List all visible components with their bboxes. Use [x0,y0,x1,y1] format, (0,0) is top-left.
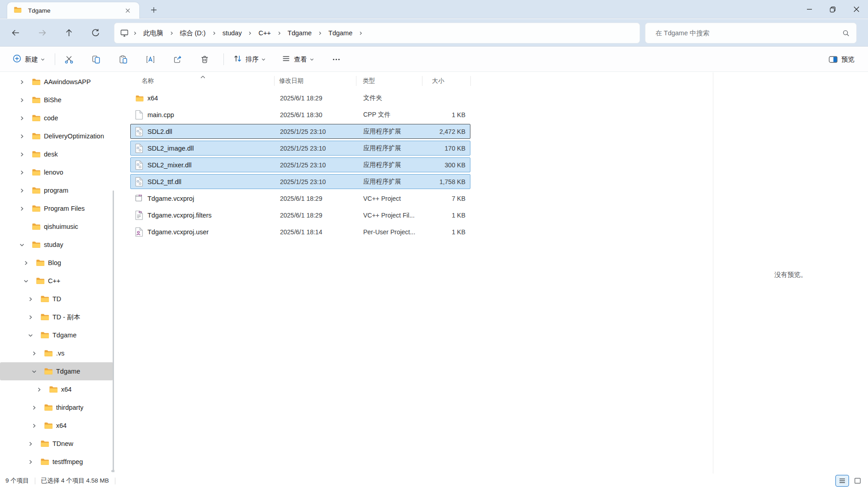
sidebar-item-aawindowsapp[interactable]: AAwindowsAPP [0,73,113,91]
sidebar-item-testffmpeg[interactable]: testffmpeg [0,453,113,471]
chevron-expanded-icon[interactable] [19,242,24,247]
file-row-tdgame-vcxproj-filters[interactable]: Tdgame.vcxproj.filters2025/6/1 18:29VC++… [130,208,470,223]
large-icons-view-icon[interactable] [851,475,864,487]
sidebar-item-qishuimusic[interactable]: qishuimusic [0,218,113,236]
chevron-expanded-icon[interactable] [28,332,33,338]
paste-icon[interactable] [115,51,131,68]
chevron-collapsed-icon[interactable] [19,206,24,211]
breadcrumb-item[interactable]: 综合 (D:) [176,27,210,39]
chevron-expanded-icon[interactable] [23,278,28,284]
chevron-collapsed-icon[interactable] [31,351,37,356]
refresh-icon[interactable] [85,24,105,42]
rename-icon[interactable] [142,51,158,68]
column-header-name[interactable]: 名称 [142,77,154,85]
chevron-collapsed-icon[interactable] [28,314,33,320]
file-row-tdgame-vcxproj-user[interactable]: Tdgame.vcxproj.user2025/6/1 18:14Per-Use… [130,224,470,239]
chevron-collapsed-icon[interactable] [19,79,24,85]
column-divider[interactable] [356,76,356,86]
column-divider[interactable] [470,76,471,86]
delete-icon[interactable] [196,51,213,68]
close-icon[interactable] [844,0,868,19]
details-view-icon[interactable] [835,475,849,487]
sidebar-item-td[interactable]: TD [0,290,113,308]
sidebar-item-program-files[interactable]: Program Files [0,199,113,218]
breadcrumb-item[interactable]: C++ [254,28,275,38]
chevron-collapsed-icon[interactable] [28,441,33,446]
sidebar-vertical-scrollbar[interactable] [113,190,114,471]
sidebar-item-x64[interactable]: x64 [0,380,113,398]
search-icon[interactable] [842,29,850,37]
sidebar-item-thirdparty[interactable]: thirdparty [0,398,113,417]
sidebar-item-studay[interactable]: studay [0,236,113,254]
chevron-collapsed-icon[interactable] [23,260,28,265]
search-input[interactable] [655,29,842,37]
search-box[interactable] [645,23,857,43]
copy-icon[interactable] [88,51,104,68]
column-header-date[interactable]: 修改日期 [279,77,304,85]
sidebar-item-label: TDnew [52,440,73,447]
sidebar-item-tdgame[interactable]: Tdgame [0,362,113,380]
sidebar-item-bishe[interactable]: BiShe [0,91,113,109]
chevron-collapsed-icon[interactable] [31,405,37,410]
chevron-collapsed-icon[interactable] [31,423,37,428]
chevron-expanded-icon[interactable] [31,369,37,374]
file-row-x64[interactable]: 6">x642025/6/1 18:29文件夹 [130,90,470,105]
chevron-collapsed-icon[interactable] [36,387,42,392]
sidebar-item-blog[interactable]: Blog [0,254,113,272]
folder-icon [40,332,49,339]
share-icon[interactable] [169,51,185,68]
file-row-tdgame-vcxproj[interactable]: Tdgame.vcxproj2025/6/1 18:29VC++ Project… [130,191,470,206]
tab-close-icon[interactable] [122,5,133,16]
file-name: SDL2_mixer.dll [147,161,192,169]
address-bar[interactable]: 此电脑综合 (D:)studayC++TdgameTdgame [114,23,640,43]
new-button[interactable]: 新建 [8,51,49,68]
ellipsis-icon[interactable] [328,51,344,68]
chevron-collapsed-icon[interactable] [19,152,24,157]
column-divider[interactable] [422,76,422,86]
chevron-collapsed-icon[interactable] [19,188,24,193]
file-row-sdl2-mixer-dll[interactable]: SDL2_mixer.dll2025/1/25 23:10应用程序扩展300 K… [130,157,470,172]
breadcrumb-item[interactable]: 此电脑 [139,27,167,39]
file-row-sdl2-ttf-dll[interactable]: SDL2_ttf.dll2025/1/25 23:10应用程序扩展1,758 K… [130,174,470,189]
cut-icon[interactable] [61,51,77,68]
maximize-icon[interactable] [821,0,844,19]
column-header-size[interactable]: 大小 [432,77,444,85]
new-tab-icon[interactable] [147,4,160,16]
breadcrumb-item[interactable]: studay [218,28,246,38]
forward-icon[interactable] [32,24,52,42]
sidebar-horizontal-scrollbar[interactable] [111,470,114,472]
sidebar-item-deliveryoptimization[interactable]: DeliveryOptimization [0,127,113,145]
file-type: 应用程序扩展 [363,128,401,136]
back-icon[interactable] [5,24,25,42]
sort-button[interactable]: 排序 [229,51,270,68]
file-row-sdl2-dll[interactable]: SDL2.dll2025/1/25 23:10应用程序扩展2,472 KB [130,124,470,139]
chevron-collapsed-icon[interactable] [28,459,33,464]
chevron-collapsed-icon[interactable] [19,97,24,103]
column-header-type[interactable]: 类型 [363,77,375,85]
explorer-tab[interactable]: Tdgame [7,2,139,19]
breadcrumb-item[interactable]: Tdgame [284,28,316,38]
sidebar-item-lenovo[interactable]: lenovo [0,163,113,181]
chevron-collapsed-icon[interactable] [28,296,33,302]
column-divider[interactable] [274,76,275,86]
sidebar-item--vs[interactable]: .vs [0,344,113,362]
preview-button[interactable]: 预览 [825,51,858,68]
folder-icon [32,187,41,194]
minimize-icon[interactable] [797,0,821,19]
chevron-collapsed-icon[interactable] [19,115,24,121]
sidebar-item-desk[interactable]: desk [0,145,113,163]
sidebar-item-program[interactable]: program [0,181,113,199]
sidebar-item-tdnew[interactable]: TDnew [0,435,113,453]
file-row-main-cpp[interactable]: main.cpp2025/6/1 18:30CPP 文件1 KB [130,107,470,122]
sidebar-item-code[interactable]: code [0,109,113,127]
sidebar-item-tdgame[interactable]: Tdgame [0,326,113,344]
chevron-collapsed-icon[interactable] [19,170,24,175]
up-icon[interactable] [59,24,79,42]
sidebar-item-c-[interactable]: C++ [0,272,113,290]
breadcrumb-item[interactable]: Tdgame [324,28,356,38]
file-row-sdl2-image-dll[interactable]: SDL2_image.dll2025/1/25 23:10应用程序扩展170 K… [130,141,470,156]
sidebar-item-td-[interactable]: TD - 副本 [0,308,113,326]
sidebar-item-x64[interactable]: x64 [0,417,113,435]
chevron-collapsed-icon[interactable] [19,133,24,139]
view-button[interactable]: 查看 [278,51,318,68]
